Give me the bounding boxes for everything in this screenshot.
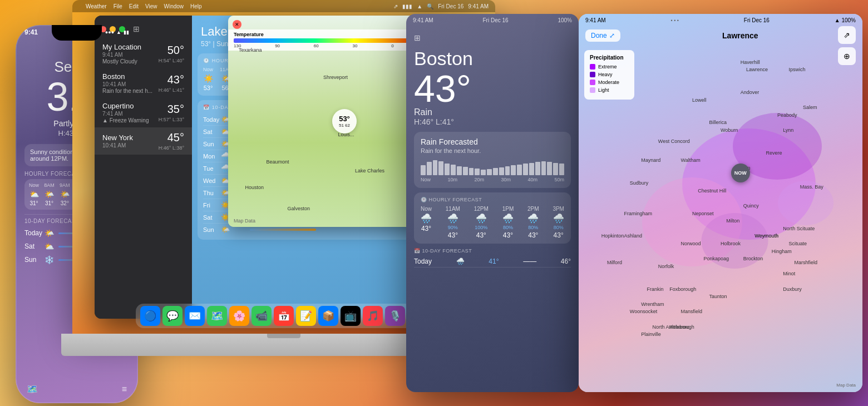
iphone-hour-item: 9AM🌤️32° (60, 182, 70, 206)
dock-app-notes[interactable]: 📝 (296, 306, 316, 326)
map-city-norwood: Norwood (681, 241, 701, 246)
signal-icon: ●●● (105, 29, 114, 35)
dock-app-podcasts[interactable]: 🎙️ (385, 306, 405, 326)
map-city-north-scituate: North Scituate (783, 226, 815, 231)
map-city-frankin: Frankin (647, 286, 663, 292)
rain-time-label: 30m (501, 177, 511, 182)
ipad-hourly-card: 🕐 HOURLY FORECAST Now🌧️43°11AM🌧️90%43°12… (414, 192, 571, 244)
sidebar-item[interactable]: New York 10:41 AM 45° H:46° L:38° (95, 127, 192, 155)
rain-time-label: 50m (554, 177, 564, 182)
rain-time-label: 10m (447, 177, 457, 182)
ipad-hourly-row: Now🌧️43°11AM🌧️90%43°12PM🌧️100%43°1PM🌧️80… (421, 206, 564, 239)
map-city-neponset: Neponset (692, 211, 714, 216)
rain-bar (511, 165, 516, 175)
menu-search-icon[interactable]: 🔍 (427, 3, 433, 9)
rain-bar (433, 160, 438, 175)
rain-bar (469, 168, 474, 176)
map-city-maynard: Maynard (641, 157, 660, 163)
ipad-map-dots: • • • (671, 18, 679, 23)
sidebar-item[interactable]: My Location 9:41 AM Mostly Cloudy 50° H:… (95, 39, 192, 68)
iphone-status-icons: ●●● ▲ ▮▮ (105, 29, 129, 35)
map-city-mansfield: Mansfield (681, 309, 703, 314)
dock-app-photos[interactable]: 🌸 (229, 306, 249, 326)
sidebar-item[interactable]: Boston 10:41 AM Rain for the next h... 4… (95, 68, 192, 98)
ipad-map-data-label[interactable]: Map Data (836, 383, 856, 388)
map-city-scituate: Scituate (788, 241, 807, 246)
wifi-icon: ▲ (116, 29, 121, 35)
ipad-hourly-col: Now🌧️43° (421, 206, 432, 239)
map-city-milford: Milford (607, 260, 622, 265)
dock-app-music[interactable]: 🎵 (363, 306, 383, 326)
dock-app-mail[interactable]: ✉️ (185, 306, 205, 326)
dock-app-tv[interactable]: 📺 (341, 306, 361, 326)
menu-weather[interactable]: Weather (86, 3, 107, 9)
menu-battery: ▮▮▮ (402, 3, 412, 9)
rain-bar (457, 166, 462, 176)
ipad-main-content: ⊞ Boston 43° Rain H:46° L:41° Rain Forec… (406, 28, 579, 392)
map-city-ipswich: Ipswich (788, 67, 805, 72)
menu-file[interactable]: File (114, 3, 122, 9)
ipad-rain-title: Rain Forecasted (421, 137, 564, 146)
dock-app-facetime[interactable]: 📹 (251, 306, 272, 326)
map-city-beaumont: Beaumont (266, 159, 289, 165)
layers-button[interactable]: ⊕ (838, 47, 856, 65)
calendar-icon: 📅 (203, 105, 210, 110)
ipad-main-status: 9:41 AM Fri Dec 16 100% (413, 17, 572, 23)
ipad-hourly-label: 🕐 HOURLY FORECAST (421, 197, 564, 202)
ipad-city: Boston (414, 48, 571, 70)
precipitation-legend: Precipitation ExtremeHeavyModerateLight (584, 50, 634, 100)
rain-bar (553, 163, 558, 176)
map-data-label[interactable]: Map Data (234, 218, 255, 224)
map-close-btn[interactable]: ✕ (233, 20, 241, 29)
rain-bar (541, 161, 546, 176)
sidebar-item[interactable]: Cupertino 7:41 AM ▲ Freeze Warning 35° H… (95, 98, 192, 127)
ipad-condition: Rain (414, 107, 571, 117)
map-city-hopkinton: Hopkinton (601, 233, 624, 239)
ipad-main-battery: 100% (558, 17, 572, 23)
now-indicator: NOW (731, 164, 750, 182)
precip-level: Moderate (590, 80, 629, 85)
rain-bar (427, 162, 432, 175)
ipad-hourly-col: 1PM🌧️80%43° (502, 206, 514, 239)
ipad-tenday-row: Today🌧️41°——46° (414, 256, 571, 268)
precip-levels: ExtremeHeavyModerateLight (590, 64, 629, 93)
map-city-brockton: Brockton (743, 256, 763, 261)
map-city-norfolk: Norfolk (658, 264, 674, 269)
map-city-sudbury: Sudbury (630, 180, 649, 186)
rain-bar (517, 165, 522, 176)
location-button[interactable]: ⇗ (838, 26, 856, 44)
menu-edit[interactable]: Edit (129, 3, 139, 9)
dock-app-appstore[interactable]: 📦 (318, 306, 338, 326)
ipad-tenday: Today🌧️41°——46° (414, 256, 571, 268)
precip-legend-title: Precipitation (590, 55, 629, 61)
dock-app-calendar[interactable]: 📅 (274, 306, 294, 326)
rain-bar (505, 166, 510, 176)
map-city-weymouth: Weymouth (754, 233, 778, 239)
menu-view[interactable]: View (145, 3, 157, 9)
map-city-chestnut-hill: Chestnut Hill (698, 188, 726, 194)
map-city-minot: Minot (783, 271, 795, 276)
rain-time-label: Now (421, 177, 431, 182)
sidebar-toggle-icon[interactable]: ⊞ (133, 24, 140, 33)
dock-app-maps[interactable]: 🗺️ (207, 306, 227, 326)
rain-bar (481, 170, 486, 176)
dock-app-finder[interactable]: 🔵 (140, 306, 160, 326)
menu-help[interactable]: Help (190, 3, 202, 9)
dock-app-messages[interactable]: 💬 (162, 306, 183, 326)
expand-icon: ⤢ (609, 32, 615, 39)
iphone-map-icon[interactable]: 🗺️ (27, 384, 38, 394)
ipad-sidebar-icon[interactable]: ⊞ (414, 33, 421, 42)
map-city-ashland: Ashland (624, 233, 643, 239)
weather-sidebar: ⊞ My Location 9:41 AM Mostly Cloudy 50° … (95, 16, 192, 319)
map-city-woonsocket: Woonsocket (630, 309, 657, 314)
rain-bar (523, 164, 528, 175)
menu-window[interactable]: Window (164, 3, 184, 9)
map-city-revere: Revere (766, 150, 782, 156)
sidebar-items-list: My Location 9:41 AM Mostly Cloudy 50° H:… (95, 39, 192, 155)
ipad-map-toolbar: Done ⤢ Lawrence (579, 26, 862, 45)
map-city-duxbury: Duxbury (783, 286, 802, 292)
rain-bar (463, 167, 468, 175)
ipad-map-wifi: ▲ 100% (835, 17, 856, 23)
done-button[interactable]: Done ⤢ (585, 29, 620, 42)
map-city-houston: Houston (245, 185, 264, 190)
